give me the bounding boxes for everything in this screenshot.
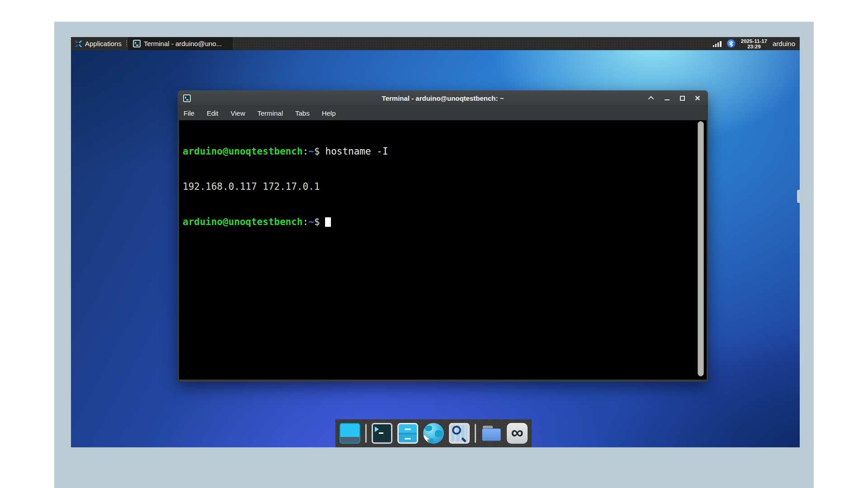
file-browser-icon[interactable] [481,423,502,444]
applications-menu-button[interactable]: Applications [71,37,125,50]
taskbar-window-title: Terminal - arduino@uno... [144,40,222,47]
terminal-icon [133,40,141,47]
taskbar-window-button[interactable]: Terminal - arduino@uno... [128,37,233,50]
titlebar[interactable]: Terminal - arduino@unoqtestbench: ~ ✕ [178,90,708,106]
terminal-line-output: 192.168.0.117 172.17.0.1 [183,181,695,192]
command-text: hostname -I [325,146,388,157]
dock-separator [365,424,367,443]
terminal-launcher-icon[interactable] [372,423,392,444]
menu-terminal[interactable]: Terminal [257,109,283,117]
desktop: Applications Terminal - arduino@uno... 2… [71,37,800,447]
system-tray: 2025-11-17 23:29 arduino [713,37,800,50]
dock-separator [475,424,476,443]
minimize-button[interactable] [662,94,672,103]
terminal-line-prompt-command: arduino@unoqtestbench:~$hostname -I [183,145,695,157]
panel-hide-handle[interactable] [797,190,800,203]
arduino-ide-icon[interactable]: ∞ [507,423,528,444]
terminal-cursor [325,217,331,227]
maximize-button[interactable] [677,94,687,103]
show-desktop-icon[interactable] [340,423,360,444]
menu-edit[interactable]: Edit [207,109,218,117]
window-title: Terminal - arduino@unoqtestbench: ~ [178,94,708,102]
panel-separator [125,37,128,50]
dock: ∞ [335,419,532,447]
clock[interactable]: 2025-11-17 23:29 [741,38,767,49]
scrollbar-thumb[interactable] [698,121,704,376]
file-manager-icon[interactable] [397,423,418,444]
menu-help[interactable]: Help [322,109,336,117]
screenshot-frame: Applications Terminal - arduino@uno... 2… [54,22,814,488]
scrollbar[interactable] [695,120,707,380]
menubar: File Edit View Terminal Tabs Help [178,106,708,120]
username-label: arduino [773,40,795,47]
top-panel: Applications Terminal - arduino@uno... 2… [71,37,800,50]
applications-label: Applications [85,40,122,47]
clock-time: 23:29 [741,44,767,49]
menu-view[interactable]: View [231,109,245,117]
bluetooth-icon[interactable] [727,39,736,48]
cursor-arrow-icon [423,433,432,444]
web-browser-icon[interactable] [423,423,444,444]
terminal-window: Terminal - arduino@unoqtestbench: ~ ✕ Fi… [178,90,708,382]
shade-button[interactable] [646,94,656,103]
xubuntu-logo-icon [74,40,83,47]
terminal-text: arduino@unoqtestbench:~$hostname -I 192.… [179,120,695,380]
menu-file[interactable]: File [184,109,194,117]
terminal-line-prompt: arduino@unoqtestbench:~$ [183,216,695,228]
menu-tabs[interactable]: Tabs [295,109,310,117]
terminal-content[interactable]: arduino@unoqtestbench:~$hostname -I 192.… [179,120,707,380]
network-signal-icon[interactable] [713,40,722,47]
close-button[interactable]: ✕ [693,94,703,103]
clock-date: 2025-11-17 [741,38,767,44]
app-finder-icon[interactable] [449,423,470,444]
